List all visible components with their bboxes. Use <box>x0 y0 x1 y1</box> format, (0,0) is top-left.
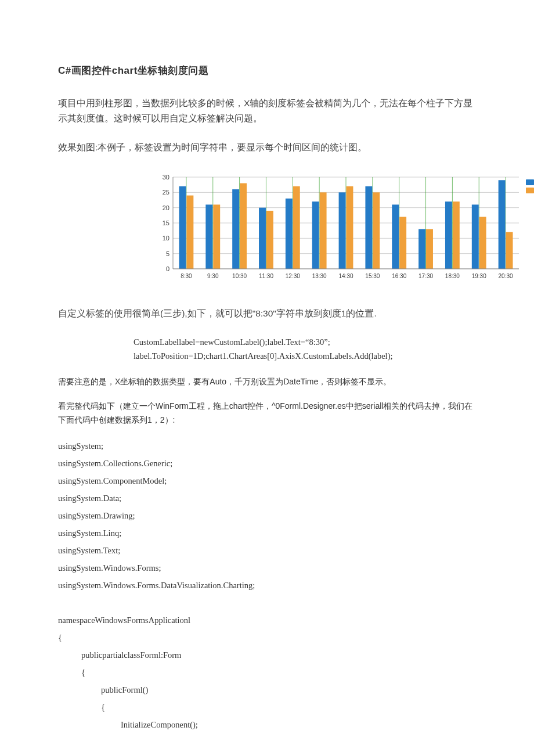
code2-line-2: usingSystem.ComponentModel; <box>58 472 476 489</box>
bar-Series1-1 <box>205 204 212 269</box>
svg-text:15: 15 <box>163 219 169 226</box>
bar-Series2-9 <box>426 229 433 269</box>
paragraph-3: 自定义标签的使用很简单(三步),如下，就可以把"8:30"字符串放到刻度1的位置… <box>58 306 476 321</box>
document-page: C#画图控件chart坐标轴刻度问题 项目中用到柱形图，当数据列比较多的时候，X… <box>0 0 534 756</box>
bar-Series1-4 <box>286 199 293 269</box>
page-title: C#画图控件chart坐标轴刻度问题 <box>58 64 476 77</box>
svg-text:13:30: 13:30 <box>312 273 327 279</box>
code2-line-8: usingSystem.Windows.Forms.DataVisualizat… <box>58 577 476 594</box>
code2-line-9 <box>58 594 476 611</box>
bar-Series2-7 <box>373 192 380 269</box>
svg-text:14:30: 14:30 <box>338 273 353 279</box>
code2-line-1: usingSystem.Collections.Generic; <box>58 455 476 472</box>
bar-Series2-6 <box>347 186 353 269</box>
svg-text:11:30: 11:30 <box>259 273 273 279</box>
code2-line-12: publicpartialclassForml:Form <box>58 646 476 664</box>
bar-Series2-3 <box>266 211 273 269</box>
code2-line-14: publicForml() <box>58 681 476 699</box>
chart-legend <box>526 179 534 193</box>
bar-Series1-5 <box>312 201 319 269</box>
code2-line-0: usingSystem; <box>58 437 476 455</box>
svg-text:10: 10 <box>163 235 169 242</box>
bar-Series1-2 <box>232 189 239 269</box>
paragraph-1: 项目中用到柱形图，当数据列比较多的时候，X轴的刻度标签会被精简为几个，无法在每个… <box>58 96 476 126</box>
bar-Series2-8 <box>399 217 406 269</box>
para3-suffix: 字符串放到刻度1的位置. <box>276 308 377 318</box>
bar-Series2-1 <box>213 204 220 269</box>
bar-Series1-8 <box>392 204 399 269</box>
bar-Series2-10 <box>453 201 460 269</box>
paragraph-5: 看完整代码如下（建立一个WinForm工程，拖上chart控件，^0Forml.… <box>58 399 476 427</box>
bar-Series2-0 <box>186 196 193 269</box>
svg-text:9:30: 9:30 <box>207 273 219 279</box>
code-snippet-1: CustomLabellabel=newCustomLabel();label.… <box>134 335 476 363</box>
bar-Series1-12 <box>499 180 506 269</box>
svg-text:18:30: 18:30 <box>445 273 460 279</box>
para3-prefix: 自定义标签的使用很简单(三步),如下，就可以把 <box>58 308 252 318</box>
code2-line-15: { <box>58 699 476 716</box>
paragraph-4: 需要注意的是，X坐标轴的数据类型，要有Auto，千万别设置为DateTime，否… <box>58 375 476 388</box>
code2-line-7: usingSystem.Windows.Forms; <box>58 559 476 577</box>
code2-line-4: usingSystem.Drawing; <box>58 507 476 524</box>
para3-quote: "8:30" <box>252 308 276 318</box>
svg-text:0: 0 <box>166 265 169 272</box>
code1-line1: CustomLabellabel=newCustomLabel();label.… <box>134 335 476 349</box>
bar-Series1-6 <box>339 192 346 269</box>
svg-text:20:30: 20:30 <box>499 273 513 279</box>
svg-text:10:30: 10:30 <box>232 273 247 279</box>
chart-container: 0510152025308:309:3010:3011:3012:3013:30… <box>150 169 521 287</box>
svg-text:20: 20 <box>163 204 169 211</box>
svg-text:19:30: 19:30 <box>472 273 486 279</box>
bar-Series1-10 <box>445 201 452 269</box>
legend-swatch-series2 <box>526 188 534 193</box>
bar-Series2-12 <box>506 232 513 269</box>
bar-Series2-5 <box>320 192 327 269</box>
svg-text:5: 5 <box>166 250 169 257</box>
svg-text:25: 25 <box>163 189 169 196</box>
legend-swatch-series1 <box>526 179 534 185</box>
bar-Series2-2 <box>240 183 247 269</box>
bar-Series1-3 <box>259 208 266 269</box>
paragraph-2: 效果如图:本例子，标签设置为时间字符串，要显示每个时间区间的统计图。 <box>58 140 476 155</box>
bar-Series2-4 <box>293 186 300 269</box>
bar-Series2-11 <box>479 217 486 269</box>
bar-Series1-7 <box>365 186 372 269</box>
svg-text:17:30: 17:30 <box>418 273 433 279</box>
code2-line-10: namespaceWindowsFormsApplicationl <box>58 611 476 629</box>
bar-chart: 0510152025308:309:3010:3011:3012:3013:30… <box>150 169 521 285</box>
svg-text:8:30: 8:30 <box>181 273 192 279</box>
code2-line-11: { <box>58 629 476 646</box>
svg-text:12:30: 12:30 <box>286 273 300 279</box>
bar-Series1-11 <box>472 204 479 269</box>
svg-text:15:30: 15:30 <box>365 273 380 279</box>
code2-line-16: InitializeComponent(); <box>58 716 476 733</box>
code2-line-6: usingSystem.Text; <box>58 542 476 559</box>
svg-text:30: 30 <box>163 174 169 181</box>
code2-line-3: usingSystem.Data; <box>58 489 476 507</box>
code2-line-5: usingSystem.Linq; <box>58 524 476 542</box>
svg-text:16:30: 16:30 <box>392 273 406 279</box>
code2-line-13: { <box>58 664 476 681</box>
bar-Series1-9 <box>418 229 425 269</box>
bar-Series1-0 <box>179 186 186 269</box>
code-listing-2: usingSystem;usingSystem.Collections.Gene… <box>58 437 476 733</box>
code1-line2: label.ToPosition=1D;chart1.ChartAreas[0]… <box>134 349 476 363</box>
